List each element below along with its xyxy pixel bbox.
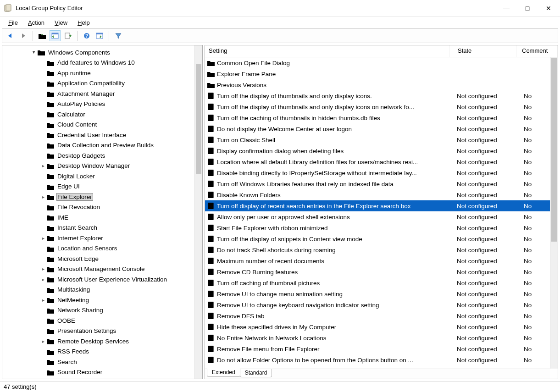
maximize-button[interactable]: □ [517,1,538,16]
list-setting-row[interactable]: Remove UI to change menu animation setti… [205,288,558,299]
close-button[interactable]: ✕ [538,1,559,16]
tree-item[interactable]: Data Collection and Preview Builds [2,140,202,151]
list-body[interactable]: Common Open File DialogExplorer Frame Pa… [205,57,558,369]
help-icon[interactable]: ? [81,30,92,41]
export-list-icon[interactable] [62,30,73,41]
expander-icon[interactable]: ▸ [32,49,37,55]
tree-item[interactable]: ▸Remote Desktop Services [2,336,202,347]
tab-extended[interactable]: Extended [207,369,240,377]
expander-icon[interactable]: ▸ [40,236,46,241]
tree-item[interactable]: App runtime [2,68,202,78]
filter-icon[interactable] [113,30,124,41]
tree-item-label: Microsoft Edge [56,255,100,263]
tree-item[interactable]: Attachment Manager [2,88,202,99]
list-scrollbar[interactable] [550,57,558,369]
tree-item[interactable]: Sound Recorder [2,367,202,378]
tree-item-windows-components[interactable]: ▸Windows Components [2,47,202,58]
tree-item[interactable]: Application Compatibility [2,78,202,89]
menu-help[interactable]: Help [73,18,94,28]
tree-item[interactable]: Calculator [2,109,202,120]
expander-icon[interactable]: ▸ [40,277,46,282]
tree-scrollbar[interactable] [194,45,202,379]
list-setting-row[interactable]: Remove UI to change keyboard navigation … [205,299,558,310]
list-cell-setting: Turn off Windows Libraries features that… [217,181,457,188]
tree-item[interactable]: Cloud Content [2,120,202,130]
tree-item[interactable]: ▸File Explorer [2,192,202,202]
tree-item[interactable]: Edge UI [2,182,202,192]
list-setting-row[interactable]: Do not display the Welcome Center at use… [205,123,558,134]
list-setting-row[interactable]: Display confirmation dialog when deletin… [205,145,558,156]
tab-standard[interactable]: Standard [240,369,272,377]
menu-view[interactable]: View [50,18,72,28]
tree-item[interactable]: RSS Feeds [2,347,202,357]
tree-item[interactable]: Credential User Interface [2,130,202,140]
list-setting-row[interactable]: Remove DFS tabNot configuredNo [205,310,558,321]
forward-arrow-icon[interactable] [18,30,29,41]
tree-item[interactable]: Network Sharing [2,305,202,316]
tree-item[interactable]: ▸Desktop Window Manager [2,161,202,171]
column-header-comment[interactable]: Comment [516,45,558,57]
tree-item[interactable]: Location and Sensors [2,243,202,254]
tree-item[interactable]: Search [2,357,202,367]
list-setting-row[interactable]: Do not track Shell shortcuts during roam… [205,244,558,255]
tree-item[interactable]: Multitasking [2,285,202,295]
list-setting-row[interactable]: Remove File menu from File ExplorerNot c… [205,343,558,354]
expander-icon[interactable]: ▸ [40,266,46,271]
list-cell-setting: Turn off the display of snippets in Cont… [217,236,457,243]
tree-item[interactable]: IME [2,212,202,223]
list-cell-state: Not configured [457,159,524,166]
list-cell-setting: Remove UI to change keyboard navigation … [217,302,457,309]
list-setting-row[interactable]: Location where all default Library defin… [205,156,558,167]
minimize-button[interactable]: — [496,1,517,16]
tree-item[interactable]: Presentation Settings [2,326,202,337]
list-setting-row[interactable]: Turn off the display of thumbnails and o… [205,90,558,101]
expander-icon[interactable]: ▸ [40,163,46,168]
tree-item[interactable]: OOBE [2,315,202,326]
list-setting-row[interactable]: Remove CD Burning featuresNot configured… [205,266,558,277]
list-setting-row[interactable]: Hide these specified drives in My Comput… [205,321,558,332]
list-setting-row[interactable]: Turn on Classic ShellNot configuredNo [205,134,558,145]
list-setting-row[interactable]: Turn off caching of thumbnail picturesNo… [205,277,558,288]
list-setting-row[interactable]: Disable Known FoldersNot configuredNo [205,189,558,200]
list-setting-row[interactable]: No Entire Network in Network LocationsNo… [205,332,558,343]
list-cell-state: Not configured [457,346,524,353]
expander-icon[interactable]: ▸ [40,194,46,199]
menu-action[interactable]: Action [23,18,49,28]
list-setting-row[interactable]: Turn off the display of thumbnails and o… [205,101,558,112]
up-folder-icon[interactable] [37,30,48,41]
expander-icon[interactable]: ▸ [40,339,46,344]
back-arrow-icon[interactable] [5,30,16,41]
tree-item[interactable]: ▸Microsoft Management Console [2,264,202,275]
tree-item[interactable]: ▸Internet Explorer [2,233,202,243]
list-folder-row[interactable]: Previous Versions [205,79,558,90]
column-header-setting[interactable]: Setting [205,45,449,57]
show-hide-console-tree-icon[interactable] [50,30,61,41]
tree[interactable]: ▸Windows ComponentsAdd features to Windo… [2,45,202,379]
expander-icon[interactable]: ▸ [40,298,46,303]
list-setting-row[interactable]: Allow only per user or approved shell ex… [205,211,558,222]
tree-item[interactable]: Add features to Windows 10 [2,58,202,68]
list-setting-row[interactable]: Turn off display of recent search entrie… [205,200,558,211]
list-setting-row[interactable]: Do not allow Folder Options to be opened… [205,354,558,365]
tree-item[interactable]: Microsoft Edge [2,254,202,264]
show-hide-action-pane-icon[interactable] [94,30,105,41]
list-setting-row[interactable]: Start File Explorer with ribbon minimize… [205,222,558,233]
policy-setting-icon [207,235,215,243]
column-header-state[interactable]: State [449,45,516,57]
list-setting-row[interactable]: Maximum number of recent documentsNot co… [205,255,558,266]
list-setting-row[interactable]: Turn off Windows Libraries features that… [205,178,558,189]
list-setting-row[interactable]: Turn off the display of snippets in Cont… [205,233,558,244]
list-setting-row[interactable]: Disable binding directly to IPropertySet… [205,167,558,178]
tree-item[interactable]: AutoPlay Policies [2,99,202,110]
list-folder-row[interactable]: Explorer Frame Pane [205,68,558,79]
list-setting-row[interactable]: Turn off the caching of thumbnails in hi… [205,112,558,123]
folder-icon [207,70,215,77]
tree-item[interactable]: File Revocation [2,202,202,213]
tree-item[interactable]: Instant Search [2,223,202,233]
tree-item[interactable]: Digital Locker [2,171,202,182]
tree-item[interactable]: Desktop Gadgets [2,150,202,161]
tree-item[interactable]: ▸Microsoft User Experience Virtualizatio… [2,274,202,285]
menu-file[interactable]: File [4,18,22,28]
list-folder-row[interactable]: Common Open File Dialog [205,57,558,68]
tree-item[interactable]: ▸NetMeeting [2,295,202,305]
